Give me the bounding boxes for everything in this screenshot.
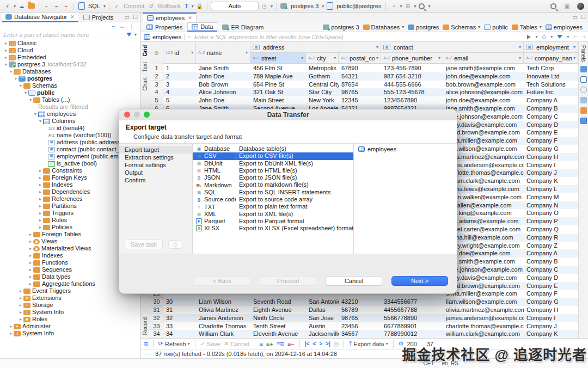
breadcrumb-item-tables[interactable]: Tables▾ xyxy=(512,24,542,30)
cell-postal-code[interactable]: 98765 xyxy=(339,88,381,96)
cell-phone-number[interactable]: 444-555-6666 xyxy=(381,81,443,89)
goto-row-icon[interactable]: ◎ xyxy=(334,340,339,347)
cell-city[interactable]: Dallas xyxy=(306,306,339,314)
sort-caret-icon[interactable]: ▾ xyxy=(438,56,440,60)
cell-id[interactable]: 34 xyxy=(163,330,196,338)
expand-arrow-icon[interactable]: ▸ xyxy=(28,252,33,259)
expand-arrow-icon[interactable]: ▸ xyxy=(3,47,9,54)
cell-name[interactable]: Charlotte Thomas xyxy=(196,322,250,330)
expand-arrow-icon[interactable]: ▸ xyxy=(18,302,23,309)
cell-street[interactable]: Main Street xyxy=(250,96,306,105)
save-button[interactable]: ✓Save xyxy=(200,340,220,347)
cell-id[interactable]: 33 xyxy=(163,322,196,330)
cell-company-name[interactable]: Company K xyxy=(524,330,578,338)
column-header-city[interactable]: A-Zcity▾ xyxy=(306,53,339,64)
link-with-editor-icon[interactable]: ↔ xyxy=(119,23,125,29)
reconnect-icon[interactable]: ⌁ xyxy=(52,2,60,10)
transaction-log-caret[interactable]: ▾ xyxy=(271,4,273,9)
cell-email[interactable]: john.doe@example.com xyxy=(443,72,524,81)
sort-caret-icon[interactable]: ▾ xyxy=(519,45,521,50)
cell-name[interactable]: Bob Brown xyxy=(196,81,250,89)
tab-database-navigator[interactable]: Database Navigator ✕ xyxy=(2,13,78,22)
commit-icon[interactable]: ✓ xyxy=(113,2,121,10)
expand-arrow-icon[interactable]: ▸ xyxy=(8,323,14,330)
sort-caret-icon[interactable]: ▾ xyxy=(376,45,378,50)
cell-company-name[interactable]: Tech Solutions xyxy=(524,81,578,89)
presentation-tab-record[interactable]: Record xyxy=(142,317,148,335)
maximize-editor-icon[interactable]: ☐ xyxy=(581,14,586,20)
breadcrumb-item-databases[interactable]: Databases▾ xyxy=(363,24,405,30)
row-number[interactable]: 34 xyxy=(150,330,163,338)
cell-postal-code[interactable]: 23456 xyxy=(339,322,381,330)
expand-status-icon[interactable]: ⋯ xyxy=(145,351,151,358)
sql-editor-label[interactable]: SQL xyxy=(88,3,100,9)
view-menu-icon[interactable]: ⋮ xyxy=(129,23,134,29)
transaction-caret[interactable]: ▾ xyxy=(192,4,194,9)
tree-item-public[interactable]: ▾public xyxy=(0,89,140,96)
transaction-mode-icon[interactable]: T xyxy=(185,3,188,9)
cell-company-name[interactable]: Company A xyxy=(524,96,578,105)
wizard-step-confirm[interactable]: Confirm xyxy=(119,176,192,184)
expand-arrow-icon[interactable]: ▾ xyxy=(13,75,19,82)
cell-city[interactable]: Austin xyxy=(306,322,339,330)
object-filter-input[interactable]: Enter a part of object name here xyxy=(3,32,124,38)
cell-id[interactable]: 31 xyxy=(163,306,196,314)
sort-caret-icon[interactable]: ▾ xyxy=(246,50,248,55)
references-panel-icon[interactable] xyxy=(580,118,587,124)
sort-caret-icon[interactable]: ▾ xyxy=(191,50,193,55)
cell-phone-number[interactable]: 4455667788 xyxy=(381,306,443,314)
expand-arrow-icon[interactable]: ▸ xyxy=(28,266,33,273)
expand-arrow-icon[interactable]: ▸ xyxy=(38,195,43,203)
row-number[interactable]: 33 xyxy=(150,322,163,330)
cancel-button[interactable]: Cancel xyxy=(326,276,382,286)
sort-caret-icon[interactable]: ▾ xyxy=(376,56,378,60)
edit-row-icon[interactable]: ≡ xyxy=(259,341,262,347)
sort-caret-icon[interactable]: ▾ xyxy=(519,56,521,60)
cell-city[interactable]: Gotham xyxy=(306,72,339,81)
tree-item-cloud[interactable]: ▸Cloud xyxy=(0,47,140,54)
tab-data[interactable]: Data xyxy=(187,22,217,32)
cell-id[interactable]: 3 xyxy=(163,81,196,89)
sort-caret-icon[interactable]: ▾ xyxy=(573,45,575,50)
cell-email[interactable]: bob.brown@example.com xyxy=(443,81,524,89)
connection-caret[interactable]: ▾ xyxy=(322,4,324,9)
cell-company-name[interactable]: Company A xyxy=(524,249,578,257)
cell-id[interactable]: 30 xyxy=(163,298,196,306)
column-group-address[interactable]: ⊞address▾ xyxy=(250,42,381,53)
cell-company-name[interactable]: Company E xyxy=(524,282,578,290)
tree-item-classic[interactable]: ▸Classic xyxy=(0,40,140,47)
minimize-panel-icon[interactable]: ▭ xyxy=(125,14,130,20)
cell-company-name[interactable]: Company Z xyxy=(524,242,578,250)
row-number[interactable]: 3 xyxy=(150,81,163,89)
source-table-row[interactable]: employees xyxy=(358,145,452,153)
cell-company-name[interactable]: Company Q xyxy=(524,225,578,234)
cell-company-name[interactable]: Company I xyxy=(524,161,578,169)
expand-arrow-icon[interactable]: ▸ xyxy=(38,217,43,224)
save-task-button[interactable]: Save task xyxy=(125,240,163,249)
refresh-button[interactable]: ⟳Refresh▾ xyxy=(158,340,190,347)
breadcrumb-item-postgres-3[interactable]: postgres 3 xyxy=(323,24,359,30)
cell-company-name[interactable]: Company J xyxy=(524,169,578,177)
expand-arrow-icon[interactable]: ▸ xyxy=(38,203,43,210)
column-header-company-name[interactable]: A-Zcompany_name▾ xyxy=(524,53,578,64)
wizard-step-export-target[interactable]: Export target xyxy=(119,146,192,154)
row-number[interactable]: 31 xyxy=(150,306,163,314)
cell-company-name[interactable]: Company H xyxy=(524,306,578,314)
perspective-icon[interactable]: ▣ xyxy=(563,2,571,10)
forward-navigation-icon[interactable]: ⇢ xyxy=(581,34,585,40)
breadcrumb-item-postgres[interactable]: postgres xyxy=(408,24,439,30)
record-indicator[interactable] xyxy=(150,42,163,64)
disconnect-icon[interactable]: ⌁ xyxy=(62,2,70,10)
cell-phone-number[interactable]: 5566778890 xyxy=(381,314,443,322)
cell-company-name[interactable]: Company J xyxy=(524,322,578,330)
presentation-tab-text[interactable]: Text xyxy=(142,62,148,72)
minimize-editor-icon[interactable]: ▭ xyxy=(573,14,578,20)
cell-postal-code[interactable]: 43210 xyxy=(339,298,381,306)
cell-city[interactable]: Central City xyxy=(306,81,339,89)
tree-item-databases[interactable]: ▾Databases xyxy=(0,68,140,75)
column-group-employment[interactable]: ⊞employment▾ xyxy=(524,42,578,53)
cell-city[interactable]: New York xyxy=(306,96,339,105)
sql-editor-caret[interactable]: ▾ xyxy=(103,4,106,9)
wizard-step-extraction-settings[interactable]: Extraction settings xyxy=(119,154,192,161)
cell-phone-number[interactable]: 123-456-7890 xyxy=(381,64,443,72)
